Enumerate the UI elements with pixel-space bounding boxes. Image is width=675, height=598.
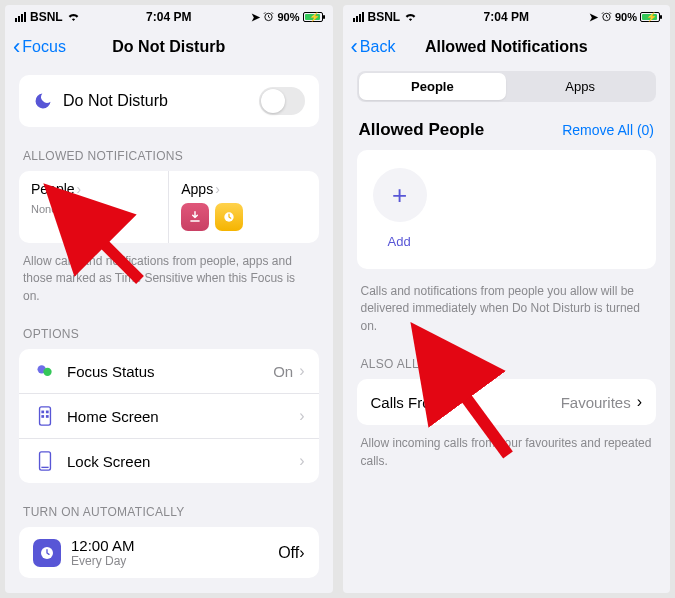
allowed-people-cell[interactable]: People› None allowed xyxy=(19,171,169,243)
status-bar: BSNL 7:04 PM ➤ 90% ⚡ xyxy=(343,5,671,27)
chevron-right-icon: › xyxy=(77,181,82,197)
back-label: Focus xyxy=(22,38,66,56)
battery-pct: 90% xyxy=(277,11,299,23)
schedule-card: 12:00 AM Every Day Off › xyxy=(19,527,319,578)
battery-pct: 90% xyxy=(615,11,637,23)
back-button[interactable]: ‹ Back xyxy=(351,36,396,58)
calls-from-label: Calls From xyxy=(371,394,561,411)
dnd-label: Do Not Disturb xyxy=(63,92,259,110)
battery-icon: ⚡ xyxy=(640,12,660,22)
calls-from-value: Favourites xyxy=(561,394,631,411)
section-also-allow: ALSO ALLOW xyxy=(361,357,653,371)
allowed-apps-cell[interactable]: Apps› xyxy=(169,171,318,243)
svg-rect-6 xyxy=(46,411,49,414)
back-label: Back xyxy=(360,38,396,56)
calls-from-card: Calls From Favourites › xyxy=(357,379,657,425)
segmented-control: People Apps xyxy=(357,71,657,102)
svg-point-3 xyxy=(43,368,51,376)
add-footer: Calls and notifications from people you … xyxy=(361,283,653,335)
people-sub: None allowed xyxy=(31,203,156,215)
svg-rect-4 xyxy=(40,407,51,425)
screen-do-not-disturb: BSNL 7:04 PM ➤ 90% ⚡ ‹ Focus Do Not Dist… xyxy=(5,5,333,593)
row-label: Focus Status xyxy=(67,363,273,380)
clock-icon xyxy=(33,539,61,567)
row-calls-from[interactable]: Calls From Favourites › xyxy=(357,379,657,425)
chevron-right-icon: › xyxy=(637,393,642,411)
moon-icon xyxy=(33,91,53,111)
row-lock-screen[interactable]: Lock Screen › xyxy=(19,439,319,483)
status-bar: BSNL 7:04 PM ➤ 90% ⚡ xyxy=(5,5,333,27)
back-button[interactable]: ‹ Focus xyxy=(13,36,66,58)
chevron-left-icon: ‹ xyxy=(351,36,358,58)
section-auto: TURN ON AUTOMATICALLY xyxy=(23,505,315,519)
dnd-toggle-row[interactable]: Do Not Disturb xyxy=(19,75,319,127)
page-title: Allowed Notifications xyxy=(425,38,588,56)
lock-screen-icon xyxy=(33,451,57,471)
row-home-screen[interactable]: Home Screen › xyxy=(19,394,319,439)
home-screen-icon xyxy=(33,406,57,426)
row-value: On xyxy=(273,363,293,380)
nav-bar: ‹ Focus Do Not Disturb xyxy=(5,27,333,67)
allowed-card: People› None allowed Apps› xyxy=(19,171,319,243)
add-label: Add xyxy=(388,234,641,249)
chevron-right-icon: › xyxy=(299,362,304,380)
app-icon-2 xyxy=(215,203,243,231)
chevron-right-icon: › xyxy=(215,181,220,197)
screen-allowed-notifications: BSNL 7:04 PM ➤ 90% ⚡ ‹ Back Allowed Noti… xyxy=(343,5,671,593)
chevron-right-icon: › xyxy=(299,407,304,425)
wifi-icon xyxy=(67,10,80,24)
options-card: Focus Status On › Home Screen › Lock Scr… xyxy=(19,349,319,483)
nav-bar: ‹ Back Allowed Notifications xyxy=(343,27,671,67)
allowed-footer: Allow calls and notifications from peopl… xyxy=(23,253,315,305)
svg-rect-8 xyxy=(46,415,49,418)
segment-people[interactable]: People xyxy=(359,73,507,100)
section-options: OPTIONS xyxy=(23,327,315,341)
carrier-label: BSNL xyxy=(368,10,401,24)
app-icon-1 xyxy=(181,203,209,231)
focus-status-icon xyxy=(33,361,57,381)
chevron-right-icon: › xyxy=(299,544,304,562)
location-icon: ➤ xyxy=(589,11,598,24)
svg-rect-5 xyxy=(41,411,44,414)
wifi-icon xyxy=(404,10,417,24)
section-allowed-notifications: ALLOWED NOTIFICATIONS xyxy=(23,149,315,163)
row-label: Lock Screen xyxy=(67,453,299,470)
chevron-right-icon: › xyxy=(299,452,304,470)
alarm-icon xyxy=(601,11,612,24)
location-icon: ➤ xyxy=(251,11,260,24)
schedule-state: Off xyxy=(278,544,299,562)
carrier-label: BSNL xyxy=(30,10,63,24)
schedule-repeat: Every Day xyxy=(71,554,278,568)
clock-label: 7:04 PM xyxy=(484,10,529,24)
apps-label: Apps xyxy=(181,181,213,197)
alarm-icon xyxy=(263,11,274,24)
remove-all-button[interactable]: Remove All (0) xyxy=(562,122,654,138)
people-label: People xyxy=(31,181,75,197)
cell-signal-icon xyxy=(353,12,364,22)
calls-footer: Allow incoming calls from your favourite… xyxy=(361,435,653,470)
allowed-people-title: Allowed People xyxy=(359,120,485,140)
battery-icon: ⚡ xyxy=(303,12,323,22)
row-label: Home Screen xyxy=(67,408,299,425)
svg-rect-7 xyxy=(41,415,44,418)
add-people-card: + Add xyxy=(357,150,657,269)
dnd-toggle[interactable] xyxy=(259,87,305,115)
segment-apps[interactable]: Apps xyxy=(506,73,654,100)
chevron-left-icon: ‹ xyxy=(13,36,20,58)
plus-icon: + xyxy=(392,180,407,211)
row-schedule[interactable]: 12:00 AM Every Day Off › xyxy=(19,527,319,578)
cell-signal-icon xyxy=(15,12,26,22)
row-focus-status[interactable]: Focus Status On › xyxy=(19,349,319,394)
page-title: Do Not Disturb xyxy=(112,38,225,56)
schedule-time: 12:00 AM xyxy=(71,537,278,554)
clock-label: 7:04 PM xyxy=(146,10,191,24)
add-person-button[interactable]: + xyxy=(373,168,427,222)
